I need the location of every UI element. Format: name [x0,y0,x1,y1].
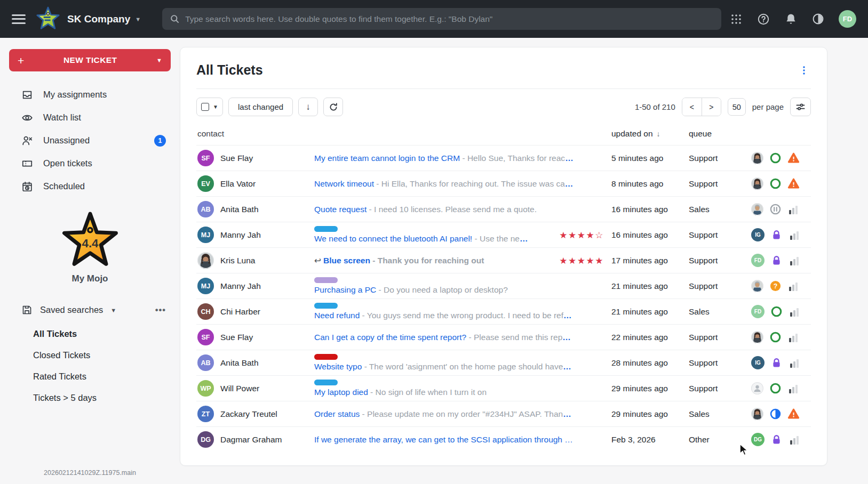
mojo-widget[interactable]: 4.4 My Mojo [0,211,180,284]
more-options-icon[interactable]: ••• [155,305,166,315]
indicator-icon [787,408,800,420]
queue: Support [689,179,751,189]
updated-on: 16 minutes ago [611,230,689,240]
ticket-title[interactable]: My laptop died [314,388,368,397]
ticket-preview: The word 'asignment' on the home page sh… [369,362,563,371]
table-row[interactable]: WP Will Power ↩My laptop died - No sign … [196,375,811,401]
sidebar-item-open-tickets[interactable]: Open tickets [0,152,180,175]
prev-page-button[interactable]: < [682,98,702,116]
saved-search-closed-tickets[interactable]: Closed Tickets [0,344,180,366]
dark-mode-icon[interactable] [811,13,824,26]
owner-avatar[interactable]: FD [751,254,765,267]
table-row[interactable]: MJ Manny Jah ↩Purchasing a PC - Do you n… [196,273,811,299]
notifications-bell-icon[interactable] [784,13,797,26]
owner-avatar[interactable] [751,382,763,394]
next-page-button[interactable]: > [702,98,721,116]
table-row[interactable]: CH Chi Harber ↩Need refund - You guys se… [196,299,811,324]
table-row[interactable]: DG Dagmar Graham ↩If we generate the arr… [196,426,811,452]
search-bar[interactable] [162,8,721,30]
sidebar: + NEW TICKET ▼ My assignments Watch list… [0,38,180,484]
saved-searches-header[interactable]: Saved searches ▼ ••• [0,304,180,316]
column-header-updated-on[interactable]: updated on ↓ [611,129,689,139]
ticket-title[interactable]: Purchasing a PC [314,285,376,294]
column-header-contact[interactable]: contact [196,129,314,139]
inbox-icon [21,89,33,101]
ticket-title[interactable]: Network timeout [314,179,374,188]
indicator-icon [789,229,801,241]
owner-avatar[interactable] [751,203,763,215]
state-icon [769,382,782,394]
table-row[interactable]: EV Ella Vator ↩Network timeout - Hi Ella… [196,171,811,196]
table-row[interactable]: MJ Manny Jah ↩We need to connect the blu… [196,222,811,247]
contact-name: Dagmar Graham [220,435,282,445]
truncation-ellipsis: … [520,234,529,243]
sidebar-item-watch-list[interactable]: Watch list [0,106,180,129]
saved-search-all-tickets[interactable]: All Tickets [0,323,180,344]
owner-avatar[interactable] [751,408,763,420]
ticket-tag [314,277,338,283]
updated-on: 17 minutes ago [611,256,689,265]
ticket-title[interactable]: Website typo [314,362,362,371]
updated-on: 29 minutes ago [611,409,689,419]
ticket-title[interactable]: Quote request [314,205,367,214]
panel-menu-kebab-icon[interactable] [797,63,811,77]
table-row[interactable]: AB Anita Bath ↩Website typo - The word '… [196,350,811,375]
owner-avatar[interactable] [751,152,763,164]
ticket-title[interactable]: Need refund [314,311,360,320]
top-bar: SK Company ▼ [0,0,868,38]
column-header-queue[interactable]: queue [689,129,751,139]
owner-avatar[interactable]: IG [751,356,765,369]
saved-search-rated-tickets[interactable]: Rated Tickets [0,366,180,387]
contact-avatar [197,252,214,269]
owner-avatar[interactable] [751,280,763,292]
sort-by-button[interactable]: last changed [228,98,293,116]
state-icon [769,408,782,420]
indicator-icon [787,203,800,215]
owner-avatar[interactable]: FD [751,305,765,318]
ticket-title[interactable]: My entire team cannot login to the CRM [314,154,460,163]
saved-search-tickets-5-days[interactable]: Tickets > 5 days [0,387,180,408]
column-settings-button[interactable] [790,98,811,116]
owner-avatar[interactable]: IG [751,228,765,241]
per-page-input[interactable]: 50 [728,98,746,116]
search-input[interactable] [185,14,714,24]
table-row[interactable]: ZT Zackary Treutel ↩Order status - Pleas… [196,401,811,426]
ticket-title[interactable]: Order status [314,409,360,418]
select-all-button[interactable]: ▼ [196,98,223,116]
company-switcher[interactable]: SK Company ▼ [67,13,141,25]
truncation-ellipsis: … [565,179,574,188]
contact-avatar: MJ [197,278,214,294]
ticket-title[interactable]: Blue screen [323,256,370,265]
menu-hamburger-icon[interactable] [12,14,26,24]
ticket-preview: You guys send me the wrong product. I ne… [367,311,563,320]
sort-direction-button[interactable]: ↓ [298,98,318,116]
chevron-down-icon[interactable]: ▼ [156,57,162,63]
truncation-ellipsis: … [563,311,572,320]
contact-avatar: EV [197,175,214,192]
apps-grid-icon[interactable] [730,13,743,26]
ticket-title[interactable]: Can I get a copy of the time spent repor… [314,333,466,342]
svg-text:?: ? [774,283,778,290]
table-row[interactable]: Kris Luna ↩Blue screen - Thank you for r… [196,247,811,273]
search-icon [170,14,180,24]
owner-avatar[interactable] [751,331,763,343]
owner-avatar[interactable] [751,178,763,190]
table-row[interactable]: SF Sue Flay ↩Can I get a copy of the tim… [196,324,811,350]
owner-avatar[interactable]: DG [751,433,765,446]
user-avatar[interactable]: FD [839,10,856,28]
app-logo-star-icon[interactable] [36,6,60,32]
state-icon [770,357,783,369]
sidebar-item-my-assignments[interactable]: My assignments [0,83,180,106]
ticket-title[interactable]: If we generate the array, we can get to … [314,435,573,444]
contact-avatar: CH [197,303,214,320]
ticket-preview: Hi Ella, Thanks for reaching out. The is… [381,179,565,188]
table-row[interactable]: AB Anita Bath ↩Quote request - I need 10… [196,196,811,222]
reply-icon: ↩ [314,256,321,265]
new-ticket-button[interactable]: + NEW TICKET ▼ [9,49,171,71]
table-row[interactable]: SF Sue Flay ↩My entire team cannot login… [196,145,811,171]
sidebar-item-scheduled[interactable]: Scheduled [0,175,180,198]
help-icon[interactable] [757,13,770,26]
ticket-title[interactable]: We need to connect the bluetooth AI pane… [314,234,472,243]
refresh-button[interactable] [323,98,343,116]
sidebar-item-unassigned[interactable]: Unassigned 1 [0,129,180,152]
